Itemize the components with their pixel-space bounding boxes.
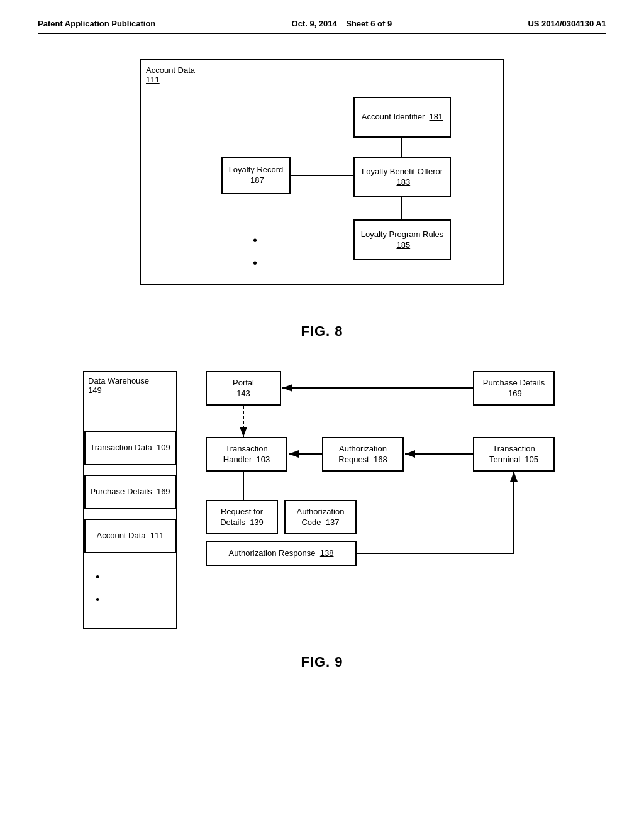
fig9-dots: •• [96, 566, 99, 611]
fig9-label: FIG. 9 [38, 654, 606, 670]
fig9-account-data-box: Account Data 111 [84, 519, 176, 553]
header-date-sheet: Oct. 9, 2014 Sheet 6 of 9 [292, 19, 392, 28]
fig8-section: Account Data 111 Account Identifier 181 … [38, 59, 606, 340]
fig9-auth-code-box: Authorization Code 137 [284, 500, 357, 534]
fig8-loyalty-benefit-box: Loyalty Benefit Offeror 183 [353, 157, 451, 197]
fig9-auth-request-box: Authorization Request 168 [322, 437, 404, 472]
header-patent: US 2014/0304130 A1 [528, 19, 606, 28]
header-publication: Patent Application Publication [38, 19, 155, 28]
fig9-diagram: Data Warehouse 149 Transaction Data 109 … [83, 371, 561, 641]
fig8-account-data-label: Account Data 111 [146, 65, 195, 84]
fig9-request-details-box: Request for Details 139 [206, 500, 278, 534]
header-date: Oct. 9, 2014 [292, 19, 337, 28]
fig8-loyalty-program-box: Loyalty Program Rules 185 [353, 219, 451, 260]
fig8-diagram: Account Data 111 Account Identifier 181 … [140, 59, 504, 311]
page-header: Patent Application Publication Oct. 9, 2… [38, 19, 606, 34]
fig8-account-identifier-box: Account Identifier 181 [353, 97, 451, 138]
fig9-auth-response-box: Authorization Response 138 [206, 541, 357, 566]
fig9-transaction-data-box: Transaction Data 109 [84, 431, 176, 465]
fig9-data-warehouse-label: Data Warehouse 149 [88, 376, 149, 395]
fig8-loyalty-record-box: Loyalty Record 187 [221, 157, 291, 194]
header-sheet: Sheet 6 of 9 [346, 19, 392, 28]
fig9-transaction-handler-box: Transaction Handler 103 [206, 437, 287, 472]
fig8-dots: •• [253, 229, 257, 274]
fig9-section: Data Warehouse 149 Transaction Data 109 … [38, 371, 606, 670]
page: Patent Application Publication Oct. 9, 2… [0, 0, 644, 830]
fig9-transaction-terminal-box: Transaction Terminal 105 [473, 437, 555, 472]
fig8-label: FIG. 8 [38, 323, 606, 340]
fig9-portal-box: Portal 143 [206, 371, 281, 406]
fig9-purchase-details-right-box: Purchase Details 169 [473, 371, 555, 406]
fig9-purchase-details-left-box: Purchase Details 169 [84, 475, 176, 509]
